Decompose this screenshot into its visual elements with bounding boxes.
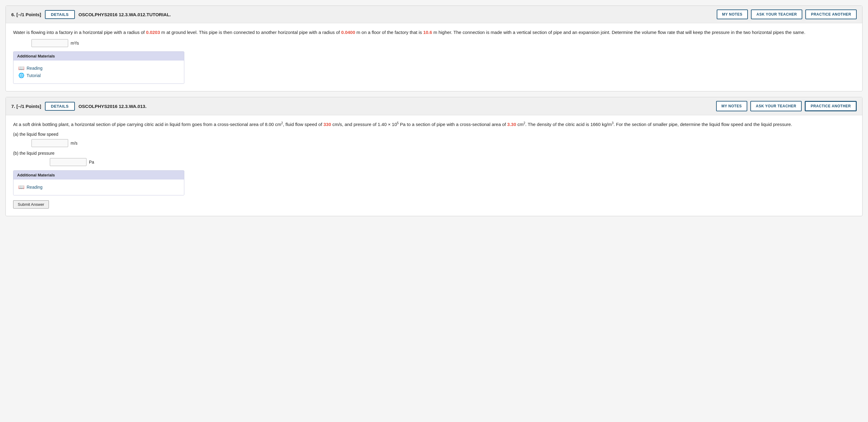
question-7-part-b-row: Pa [31, 158, 855, 166]
question-7-part-b-input[interactable] [50, 158, 87, 166]
question-6-code: OSCOLPHYS2016 12.3.WA.012.TUTORIAL. [79, 12, 713, 17]
question-6-practice-another-button[interactable]: PRACTICE ANOTHER [805, 9, 857, 19]
question-6-unit: m³/s [71, 41, 79, 46]
question-7-my-notes-button[interactable]: MY NOTES [716, 101, 747, 111]
question-6-answer-row: m³/s [31, 39, 855, 47]
question-7-part-a-unit: m/s [71, 141, 78, 146]
question-7-part-a-label: (a) the liquid flow speed [13, 132, 855, 137]
question-6-additional-materials: Additional Materials 📖 Reading 🌐 Tutoria… [13, 51, 184, 84]
value-radius2: 0.0400 [341, 30, 355, 35]
question-6-reading-link[interactable]: 📖 Reading [18, 65, 179, 71]
question-7-part-b-unit: Pa [89, 160, 94, 164]
question-6-block: 6. [–/1 Points] DETAILS OSCOLPHYS2016 12… [5, 5, 863, 91]
question-6-body: Water is flowing into a factory in a hor… [6, 23, 862, 91]
reading-label-7: Reading [27, 185, 42, 189]
question-7-part-b-label: (b) the liquid pressure [13, 151, 855, 156]
question-6-text: Water is flowing into a factory in a hor… [13, 29, 855, 36]
question-7-text: At a soft drink bottling plant, a horizo… [13, 121, 855, 128]
question-6-tutorial-link[interactable]: 🌐 Tutorial [18, 72, 179, 78]
question-7-part-a-row: m/s [31, 139, 855, 147]
tutorial-label: Tutorial [27, 73, 41, 78]
question-6-my-notes-button[interactable]: MY NOTES [717, 9, 748, 19]
value-radius1: 0.0203 [146, 30, 160, 35]
question-7-additional-materials-header: Additional Materials [13, 171, 184, 180]
question-7-practice-another-button[interactable]: PRACTICE ANOTHER [805, 101, 857, 111]
value-flow-speed: 330 [323, 122, 331, 127]
tutorial-icon: 🌐 [18, 72, 25, 78]
question-7-details-button[interactable]: DETAILS [45, 102, 75, 111]
question-6-additional-materials-body: 📖 Reading 🌐 Tutorial [13, 61, 184, 84]
submit-answer-button[interactable]: Submit Answer [13, 200, 49, 209]
question-6-ask-teacher-button[interactable]: ASK YOUR TEACHER [751, 9, 802, 19]
reading-label: Reading [27, 66, 42, 71]
question-7-part-a-input[interactable] [31, 139, 68, 147]
question-6-header: 6. [–/1 Points] DETAILS OSCOLPHYS2016 12… [6, 6, 862, 23]
question-7-additional-materials: Additional Materials 📖 Reading [13, 170, 184, 195]
value-area2: 3.30 [507, 122, 516, 127]
question-7-reading-link[interactable]: 📖 Reading [18, 184, 179, 190]
question-6-num-points: 6. [–/1 Points] [11, 12, 41, 17]
question-6-details-button[interactable]: DETAILS [45, 10, 75, 19]
question-7-num-points: 7. [–/1 Points] [11, 104, 41, 109]
question-7-additional-materials-body: 📖 Reading [13, 180, 184, 195]
question-7-block: 7. [–/1 Points] DETAILS OSCOLPHYS2016 12… [5, 97, 863, 216]
question-7-code: OSCOLPHYS2016 12.3.WA.013. [79, 104, 712, 109]
reading-icon: 📖 [18, 65, 25, 71]
question-7-actions: MY NOTES ASK YOUR TEACHER PRACTICE ANOTH… [716, 101, 857, 111]
value-height: 10.6 [423, 30, 432, 35]
question-7-body: At a soft drink bottling plant, a horizo… [6, 115, 862, 216]
question-7-header: 7. [–/1 Points] DETAILS OSCOLPHYS2016 12… [6, 97, 862, 115]
question-6-additional-materials-header: Additional Materials [13, 52, 184, 61]
question-6-answer-input[interactable] [31, 39, 68, 47]
reading-icon-7: 📖 [18, 184, 25, 190]
question-6-actions: MY NOTES ASK YOUR TEACHER PRACTICE ANOTH… [717, 9, 857, 19]
question-7-ask-teacher-button[interactable]: ASK YOUR TEACHER [750, 101, 802, 111]
